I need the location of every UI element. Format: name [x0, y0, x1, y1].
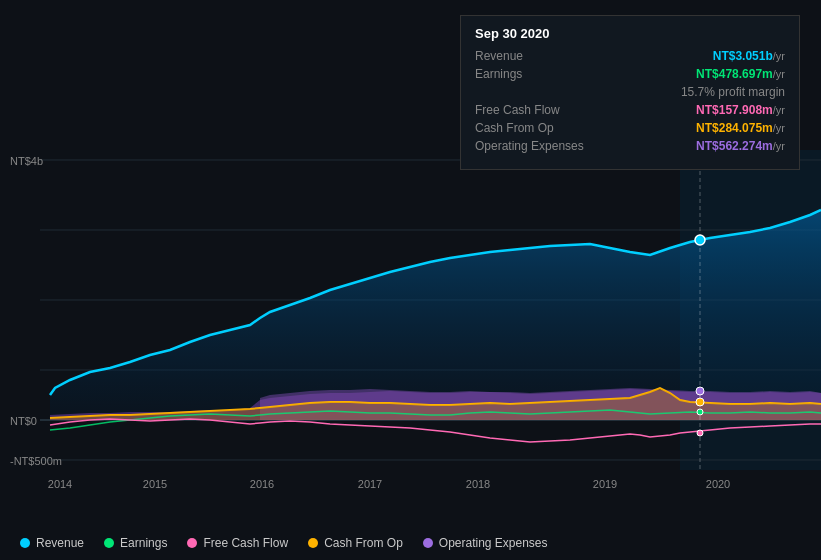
legend-earnings-label: Earnings — [120, 536, 167, 550]
y-label-0: NT$0 — [10, 415, 37, 427]
tooltip-revenue-label: Revenue — [475, 49, 595, 63]
legend-opex-dot — [423, 538, 433, 548]
svg-point-12 — [697, 430, 703, 436]
chart-legend: Revenue Earnings Free Cash Flow Cash Fro… — [20, 536, 548, 550]
chart-container: NT$4b NT$0 -NT$500m 2014 2015 2016 2017 … — [0, 0, 821, 560]
legend-revenue-label: Revenue — [36, 536, 84, 550]
tooltip-earnings-label: Earnings — [475, 67, 595, 81]
legend-opex[interactable]: Operating Expenses — [423, 536, 548, 550]
legend-fcf-label: Free Cash Flow — [203, 536, 288, 550]
tooltip-revenue-row: Revenue NT$3.051b/yr — [475, 49, 785, 63]
x-label-2015: 2015 — [143, 478, 167, 490]
legend-earnings[interactable]: Earnings — [104, 536, 167, 550]
legend-fcf[interactable]: Free Cash Flow — [187, 536, 288, 550]
x-label-2017: 2017 — [358, 478, 382, 490]
tooltip-revenue-value: NT$3.051b/yr — [713, 49, 785, 63]
legend-opex-label: Operating Expenses — [439, 536, 548, 550]
legend-cashop-dot — [308, 538, 318, 548]
tooltip-fcf-label: Free Cash Flow — [475, 103, 595, 117]
svg-point-8 — [695, 235, 705, 245]
svg-point-9 — [696, 398, 704, 406]
tooltip-earnings-value: NT$478.697m/yr — [696, 67, 785, 81]
legend-earnings-dot — [104, 538, 114, 548]
legend-cashop-label: Cash From Op — [324, 536, 403, 550]
tooltip-opex-label: Operating Expenses — [475, 139, 595, 153]
y-label-4b: NT$4b — [10, 155, 43, 167]
data-tooltip: Sep 30 2020 Revenue NT$3.051b/yr Earning… — [460, 15, 800, 170]
tooltip-date: Sep 30 2020 — [475, 26, 785, 41]
tooltip-fcf-row: Free Cash Flow NT$157.908m/yr — [475, 103, 785, 117]
tooltip-cashop-row: Cash From Op NT$284.075m/yr — [475, 121, 785, 135]
tooltip-cashop-value: NT$284.075m/yr — [696, 121, 785, 135]
x-label-2019: 2019 — [593, 478, 617, 490]
tooltip-fcf-value: NT$157.908m/yr — [696, 103, 785, 117]
tooltip-opex-value: NT$562.274m/yr — [696, 139, 785, 153]
y-label-neg500m: -NT$500m — [10, 455, 62, 467]
x-label-2014: 2014 — [48, 478, 72, 490]
legend-revenue-dot — [20, 538, 30, 548]
legend-cashop[interactable]: Cash From Op — [308, 536, 403, 550]
x-label-2020: 2020 — [706, 478, 730, 490]
tooltip-cashop-label: Cash From Op — [475, 121, 595, 135]
legend-fcf-dot — [187, 538, 197, 548]
tooltip-margin: 15.7% profit margin — [475, 85, 785, 99]
x-label-2016: 2016 — [250, 478, 274, 490]
tooltip-earnings-row: Earnings NT$478.697m/yr — [475, 67, 785, 81]
x-label-2018: 2018 — [466, 478, 490, 490]
tooltip-opex-row: Operating Expenses NT$562.274m/yr — [475, 139, 785, 153]
svg-point-10 — [696, 387, 704, 395]
legend-revenue[interactable]: Revenue — [20, 536, 84, 550]
svg-point-11 — [697, 409, 703, 415]
